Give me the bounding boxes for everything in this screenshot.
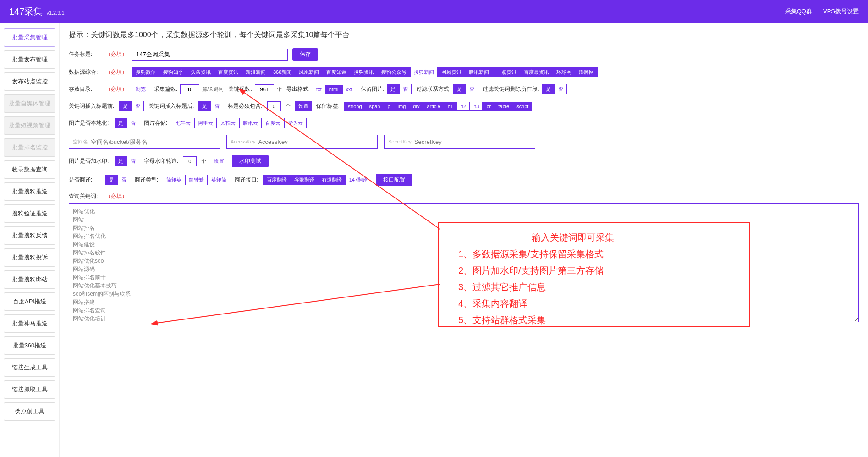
translate-type-label: 翻译类型: <box>135 176 158 184</box>
sources-item-3[interactable]: 百度资讯 <box>214 67 242 77</box>
space-input[interactable] <box>91 138 216 145</box>
sidebar-item-17[interactable]: 伪原创工具 <box>4 402 55 421</box>
sidebar-item-7[interactable]: 批量搜狗推送 <box>4 182 55 201</box>
sources-item-0[interactable]: 搜狗微信 <box>132 67 159 77</box>
sources-item-4[interactable]: 新浪新闻 <box>242 67 269 77</box>
tifaces-item-0[interactable]: 百度翻译 <box>263 175 291 185</box>
sources-item-9[interactable]: 搜狗公众号 <box>378 67 410 77</box>
tags-item-5[interactable]: article <box>423 102 444 111</box>
sidebar-item-13[interactable]: 批量神马推送 <box>4 314 55 333</box>
sources-item-7[interactable]: 百度知道 <box>323 67 350 77</box>
task-title-input[interactable] <box>132 49 288 61</box>
keywords-textarea[interactable] <box>69 203 859 322</box>
sidebar-item-10[interactable]: 批量搜狗投诉 <box>4 248 55 267</box>
insert-pre-yes[interactable]: 是 <box>119 101 132 111</box>
accesskey-input[interactable] <box>258 138 374 145</box>
insert-post-label: 关键词插入标题后: <box>148 102 194 110</box>
watermark-roll-set-button[interactable]: 设置 <box>211 156 227 166</box>
keep-image-yes[interactable]: 是 <box>387 84 399 94</box>
save-button[interactable]: 保存 <box>292 48 318 61</box>
tags-item-2[interactable]: p <box>384 102 394 111</box>
translate-yes[interactable]: 是 <box>105 175 118 185</box>
sources-item-14[interactable]: 百度最资讯 <box>520 67 553 77</box>
sources-item-1[interactable]: 搜狗知乎 <box>159 67 187 77</box>
sidebar-item-8[interactable]: 搜狗验证推送 <box>4 204 55 223</box>
watermark-roll-input[interactable] <box>183 156 197 166</box>
sidebar-item-6[interactable]: 收录数据查询 <box>4 160 55 179</box>
stores-item-4[interactable]: 百度云 <box>262 118 284 128</box>
tifaces-item-1[interactable]: 谷歌翻译 <box>291 175 318 185</box>
keep-image-no[interactable]: 否 <box>399 84 412 94</box>
secretkey-prefix: SecretKey <box>388 139 412 144</box>
insert-post-yes[interactable]: 是 <box>198 101 211 111</box>
tags-item-3[interactable]: img <box>394 102 410 111</box>
tifaces-item-2[interactable]: 有道翻译 <box>318 175 346 185</box>
insert-pre-no[interactable]: 否 <box>132 101 144 111</box>
fmts-item-2[interactable]: xxf <box>342 85 356 94</box>
stores-item-1[interactable]: 阿里云 <box>194 118 217 128</box>
stores-item-2[interactable]: 又拍云 <box>217 118 239 128</box>
ttypes-item-0[interactable]: 简转英 <box>163 175 185 185</box>
must-contain-set-button[interactable]: 设置 <box>295 101 312 111</box>
tags-item-4[interactable]: div <box>409 102 423 111</box>
must-contain-input[interactable] <box>267 101 281 111</box>
header-link-vps[interactable]: VPS拨号设置 <box>823 7 859 16</box>
count-input[interactable] <box>180 84 199 94</box>
browse-button[interactable]: 浏览 <box>132 84 149 94</box>
filter-contact-yes[interactable]: 是 <box>453 84 466 94</box>
sidebar-item-5: 批量排名监控 <box>4 138 55 157</box>
tags-item-8[interactable]: h3 <box>470 102 483 111</box>
tags-item-11[interactable]: script <box>513 102 532 111</box>
stores-item-5[interactable]: 华为云 <box>284 118 307 128</box>
space-prefix: 空间名 <box>73 138 88 145</box>
tags-item-7[interactable]: h2 <box>457 102 470 111</box>
watermark-yes[interactable]: 是 <box>115 156 127 166</box>
sidebar-item-14[interactable]: 批量360推送 <box>4 336 55 355</box>
sidebar-item-0[interactable]: 批量采集管理 <box>4 28 55 47</box>
sources-item-8[interactable]: 搜狗资讯 <box>350 67 378 77</box>
stores-item-0[interactable]: 七牛云 <box>172 118 194 128</box>
sidebar-item-9[interactable]: 批量搜狗反馈 <box>4 226 55 245</box>
fmts-item-0[interactable]: txt <box>313 85 325 94</box>
tags-item-1[interactable]: span <box>366 102 384 111</box>
sources-item-5[interactable]: 360新闻 <box>269 67 295 77</box>
insert-post-no[interactable]: 否 <box>211 101 223 111</box>
header-link-qq[interactable]: 采集QQ群 <box>785 7 812 16</box>
img-local-no[interactable]: 否 <box>127 118 139 128</box>
sidebar-item-1[interactable]: 批量发布管理 <box>4 50 55 69</box>
sources-item-16[interactable]: 澎湃网 <box>575 67 598 77</box>
sidebar-item-12[interactable]: 百度API推送 <box>4 292 55 311</box>
keyword-count-input[interactable] <box>255 84 274 94</box>
tags-item-0[interactable]: strong <box>344 102 366 111</box>
sources-item-10[interactable]: 搜狐新闻 <box>410 67 438 77</box>
stores-item-3[interactable]: 腾讯云 <box>239 118 262 128</box>
tags-item-6[interactable]: h1 <box>444 102 457 111</box>
secretkey-input[interactable] <box>414 138 531 145</box>
tifaces-item-3[interactable]: 147翻译 <box>346 175 371 185</box>
img-local-yes[interactable]: 是 <box>115 118 127 128</box>
filter-delete-yes[interactable]: 是 <box>542 84 555 94</box>
img-store-label: 图片存储: <box>144 119 167 127</box>
sources-item-11[interactable]: 网易资讯 <box>438 67 465 77</box>
translate-no[interactable]: 否 <box>118 175 130 185</box>
sidebar-item-11[interactable]: 批量搜狗绑站 <box>4 270 55 289</box>
sources-item-2[interactable]: 头条资讯 <box>187 67 214 77</box>
sources-item-6[interactable]: 凤凰新闻 <box>295 67 323 77</box>
fmts-item-1[interactable]: html <box>325 85 342 94</box>
tags-item-9[interactable]: br <box>483 102 494 111</box>
sources-item-12[interactable]: 腾讯新闻 <box>465 67 493 77</box>
ttypes-item-2[interactable]: 英转简 <box>208 175 230 185</box>
sources-item-15[interactable]: 环球网 <box>553 67 575 77</box>
ttypes-item-1[interactable]: 简转繁 <box>185 175 208 185</box>
sidebar-item-15[interactable]: 链接生成工具 <box>4 358 55 377</box>
filter-contact-no[interactable]: 否 <box>466 84 478 94</box>
sidebar-item-2[interactable]: 发布站点监控 <box>4 72 55 91</box>
translate-config-button[interactable]: 接口配置 <box>376 174 412 186</box>
sidebar: 批量采集管理批量发布管理发布站点监控批量自媒体管理批量短视频管理批量排名监控收录… <box>0 23 60 457</box>
sidebar-item-16[interactable]: 链接抓取工具 <box>4 380 55 399</box>
watermark-no[interactable]: 否 <box>127 156 139 166</box>
watermark-test-button[interactable]: 水印测试 <box>232 155 269 167</box>
tags-item-10[interactable]: table <box>494 102 513 111</box>
sources-item-13[interactable]: 一点资讯 <box>493 67 520 77</box>
filter-delete-no[interactable]: 否 <box>555 84 567 94</box>
